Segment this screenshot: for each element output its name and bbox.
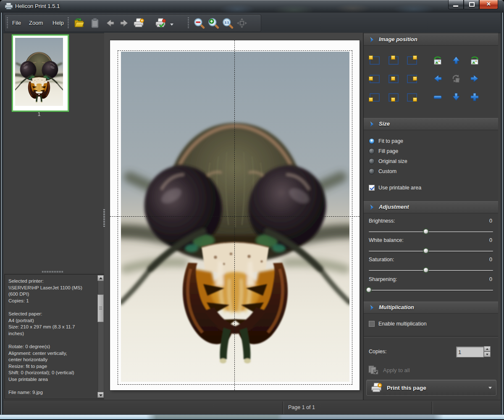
scroll-up-button[interactable] [97,275,104,281]
print-all-button[interactable] [154,17,167,29]
close-button[interactable]: ✕ [479,0,498,9]
printable-area-outline [118,50,352,385]
use-printable-area-checkbox[interactable]: Use printable area [369,184,421,192]
minimize-button[interactable] [448,0,464,9]
scroll-down-icon [99,394,102,396]
section-adjustment[interactable]: Adjustment [364,201,498,213]
shift-up-button[interactable] [450,55,462,65]
next-image-button[interactable] [118,17,131,29]
minus-icon [433,92,443,102]
align-middle-left-button[interactable] [369,74,380,83]
slider-track[interactable] [369,290,493,291]
white-balance-value: 0 [489,237,492,243]
slider-thumb[interactable] [423,268,428,273]
align-bottom-left-button[interactable] [369,92,380,102]
slider-track[interactable] [369,251,493,252]
info-scrollbar[interactable] [97,275,104,398]
section-size[interactable]: Size [364,118,498,130]
open-image-button[interactable] [73,17,85,29]
slider-thumb[interactable] [366,287,371,292]
app-window: Helicon Print 1.5.1 ✕ File Zoom Help [0,0,504,420]
thumbnail-selected[interactable] [12,34,69,112]
section-title: Adjustment [379,204,409,210]
status-bar: Page 1 of 1 [3,400,501,415]
zoom-out-button[interactable] [193,17,205,29]
rotate-angle-button[interactable] [450,74,462,84]
saturation-slider[interactable] [369,268,493,273]
rotate-left-icon [432,55,443,65]
align-top-left-button[interactable] [369,55,380,65]
print-all-dropdown-caret[interactable] [170,24,173,26]
radio-icon [369,158,375,164]
apply-to-all-button[interactable]: Apply to all [367,363,451,377]
rotate-right-button[interactable] [469,55,480,65]
down-arrow-icon [451,92,461,102]
rotate-left-button[interactable] [432,55,444,65]
section-image-position[interactable]: Image position [364,34,498,46]
radio-selected-icon [369,138,375,144]
enable-multiplication-checkbox[interactable]: Enable multiplication [369,320,427,328]
fit-to-window-button[interactable] [236,17,248,29]
toolbar-grip[interactable] [68,17,69,29]
spinner-down-button[interactable] [484,352,491,357]
toolbar-grip[interactable] [188,17,189,29]
size-option-fill-page[interactable]: Fill page [369,147,398,155]
scrollbar-thumb[interactable] [97,294,104,322]
paste-button[interactable] [89,17,101,29]
print-options-caret[interactable] [488,387,492,389]
window-border-left [0,13,3,415]
fit-to-window-icon [236,17,248,29]
scroll-down-button[interactable] [97,392,104,398]
zoom-actual-button[interactable]: 1:1 [221,17,234,29]
align-middle-right-button[interactable] [406,74,417,83]
shift-right-button[interactable] [469,74,480,84]
align-top-center-button[interactable] [388,55,399,65]
back-arrow-icon [105,18,116,28]
page-indicator: Page 1 of 1 [288,404,315,410]
maximize-button[interactable] [464,0,479,9]
slider-thumb[interactable] [423,248,428,253]
saturation-label: Saturation: [369,257,394,262]
plus-icon [470,92,480,102]
slider-track[interactable] [369,231,493,232]
zoom-increase-button[interactable] [469,92,480,102]
sharpening-value: 0 [489,276,492,282]
toolbar-grip[interactable] [7,17,8,29]
open-folder-icon [73,18,85,29]
menu-help[interactable]: Help [50,15,66,32]
size-option-fit-to-page[interactable]: Fit to page [369,137,403,145]
print-setup-button[interactable] [132,17,145,29]
radio-icon [369,148,375,154]
thumbnail-label: 1 [12,111,66,117]
spinner-down-icon [486,354,488,355]
zoom-decrease-button[interactable] [432,92,444,102]
align-center-button[interactable] [388,74,399,83]
slider-track[interactable] [369,270,493,271]
align-bottom-center-button[interactable] [388,92,399,102]
left-arrow-icon [433,74,443,84]
shift-left-button[interactable] [432,74,444,84]
white-balance-slider[interactable] [369,248,493,254]
menu-file[interactable]: File [10,15,24,32]
brightness-slider[interactable] [369,229,493,234]
shift-down-button[interactable] [450,92,462,102]
sharpening-slider[interactable] [369,287,493,293]
radio-label: Original size [378,158,407,164]
toolbar-panel: File Zoom Help [4,14,261,32]
slider-thumb[interactable] [423,229,428,234]
zoom-in-button[interactable] [207,17,220,29]
preview-splitter[interactable] [103,209,105,228]
copies-input[interactable] [456,346,484,357]
size-option-custom[interactable]: Custom [369,168,396,175]
print-this-page-button[interactable]: Print this page [366,380,496,396]
align-top-right-button[interactable] [406,55,417,65]
info-panel-splitter[interactable] [42,271,64,273]
size-option-original-size[interactable]: Original size [369,158,407,165]
section-multiplication[interactable]: Multiplication [364,302,498,314]
menu-zoom[interactable]: Zoom [26,15,45,32]
align-bottom-right-button[interactable] [406,92,417,102]
titlebar-gloss [0,0,504,0]
previous-image-button[interactable] [104,17,116,29]
spinner-up-button[interactable] [484,346,491,352]
brightness-value: 0 [489,218,492,224]
